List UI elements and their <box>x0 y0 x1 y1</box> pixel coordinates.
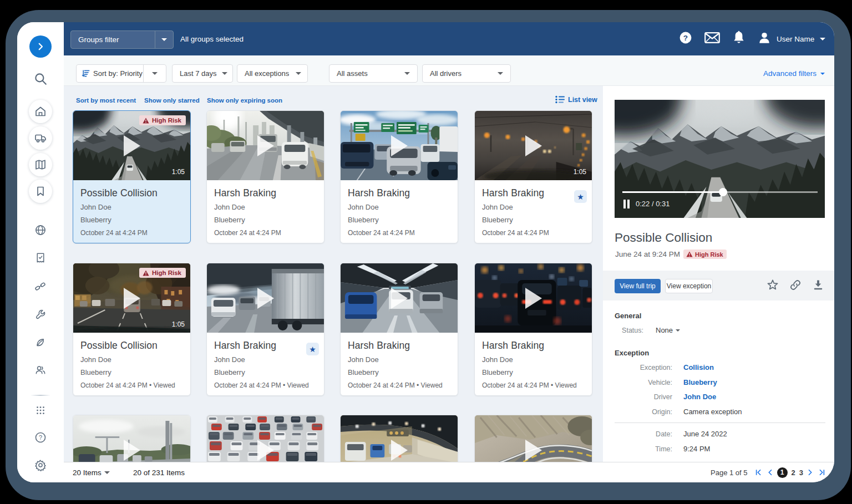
svg-text:?: ? <box>39 434 42 441</box>
svg-text:?: ? <box>683 34 688 42</box>
